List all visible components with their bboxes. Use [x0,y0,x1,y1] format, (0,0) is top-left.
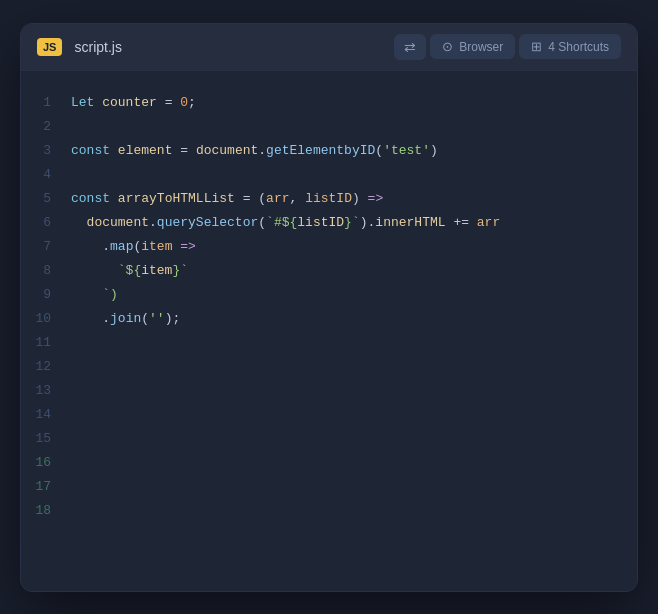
line-number: 12 [21,356,71,378]
code-line-14: 14 [21,403,637,427]
code-line-9: 9 `) [21,283,637,307]
code-line-10: 10 .join(''); [21,307,637,331]
line-number: 7 [21,236,71,258]
titlebar: JS script.js ⇄ ⊙ Browser ⊞ 4 Shortcuts [21,24,637,71]
line-number: 17 [21,476,71,498]
editor-window: JS script.js ⇄ ⊙ Browser ⊞ 4 Shortcuts 1… [20,23,638,592]
code-line-15: 15 [21,427,637,451]
code-line-8: 8 `${item}` [21,259,637,283]
line-number: 5 [21,188,71,210]
line-number: 18 [21,500,71,522]
code-line-16: 16 [21,451,637,475]
code-line-17: 17 [21,475,637,499]
line-number: 3 [21,140,71,162]
line-content: Let counter = 0; [71,92,196,114]
format-button[interactable]: ⇄ [394,34,426,60]
line-number: 1 [21,92,71,114]
line-number: 13 [21,380,71,402]
code-line-7: 7 .map(item => [21,235,637,259]
code-line-6: 6 document.querySelector(`#${listID}`).i… [21,211,637,235]
code-line-11: 11 [21,331,637,355]
code-line-5: 5 const arrayToHTMLList = (arr, listID) … [21,187,637,211]
line-content: .join(''); [71,308,180,330]
code-line-3: 3 const element = document.getElementbyI… [21,139,637,163]
format-icon: ⇄ [404,39,416,55]
browser-button[interactable]: ⊙ Browser [430,34,515,59]
line-number: 11 [21,332,71,354]
code-line-13: 13 [21,379,637,403]
shortcuts-icon: ⊞ [531,39,542,54]
code-line-2: 2 [21,115,637,139]
browser-icon: ⊙ [442,39,453,54]
line-content: document.querySelector(`#${listID}`).inn… [71,212,500,234]
line-content: `) [71,284,118,306]
line-number: 14 [21,404,71,426]
line-number: 8 [21,260,71,282]
line-number: 4 [21,164,71,186]
shortcuts-button[interactable]: ⊞ 4 Shortcuts [519,34,621,59]
line-number: 6 [21,212,71,234]
line-content: const element = document.getElementbyID(… [71,140,438,162]
code-line-1: 1 Let counter = 0; [21,91,637,115]
line-number: 15 [21,428,71,450]
code-line-18: 18 [21,499,637,523]
line-content: const arrayToHTMLList = (arr, listID) => [71,188,383,210]
file-type-badge: JS [37,38,62,56]
line-content: .map(item => [71,236,196,258]
filename-label: script.js [74,39,382,55]
line-number: 9 [21,284,71,306]
code-editor[interactable]: 1 Let counter = 0; 2 3 const element = d… [21,71,637,591]
shortcuts-label: 4 Shortcuts [548,40,609,54]
code-line-12: 12 [21,355,637,379]
line-number: 10 [21,308,71,330]
browser-label: Browser [459,40,503,54]
toolbar-buttons: ⇄ ⊙ Browser ⊞ 4 Shortcuts [394,34,621,60]
line-number: 2 [21,116,71,138]
line-number: 16 [21,452,71,474]
line-content: `${item}` [71,260,188,282]
code-line-4: 4 [21,163,637,187]
